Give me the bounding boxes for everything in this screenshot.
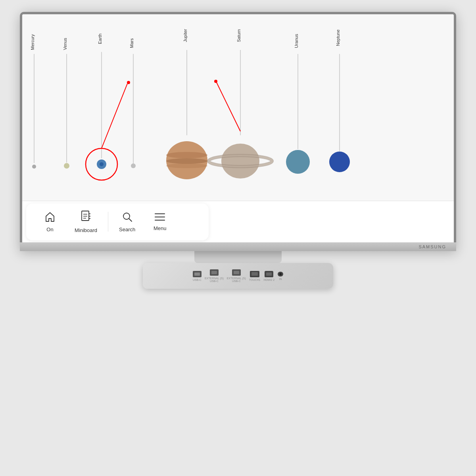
monitor-bottom-bezel: SAMSUNG <box>20 242 456 251</box>
search-icon <box>122 211 133 224</box>
svg-point-19 <box>166 163 207 168</box>
monitor-screen: Mercury Venus Earth Mars <box>20 12 456 242</box>
menu-icon <box>154 213 165 223</box>
port-hdmi-label: HDMI2 2 <box>264 278 275 281</box>
svg-point-6 <box>64 163 69 169</box>
svg-text:Uranus: Uranus <box>294 34 299 48</box>
port-usb-a-label: USB-C <box>193 278 202 281</box>
toolbar-divider <box>108 212 108 232</box>
monitor: Mercury Venus Earth Mars <box>20 12 456 251</box>
page-wrapper: Mercury Venus Earth Mars <box>0 0 476 476</box>
svg-text:Earth: Earth <box>98 34 102 44</box>
svg-point-17 <box>166 152 207 158</box>
svg-point-33 <box>127 81 130 84</box>
samsung-logo: SAMSUNG <box>418 244 446 249</box>
svg-point-30 <box>329 152 350 172</box>
port-in: IN <box>278 272 283 280</box>
port-ext-usb-1: EXTERNAL (S)USB-C <box>205 269 224 282</box>
toolbar-menu-label: Menu <box>154 225 167 231</box>
svg-text:Saturn: Saturn <box>236 29 241 42</box>
toolbar-item-search[interactable]: Search <box>110 208 144 236</box>
toolbar-search-label: Search <box>119 226 135 232</box>
toolbar-item-on[interactable]: On <box>34 208 66 236</box>
svg-text:Mars: Mars <box>129 38 134 48</box>
port-usb-a-connector <box>193 271 202 277</box>
svg-rect-37 <box>82 211 89 221</box>
toolbar-item-miniboard[interactable]: Miniboard <box>66 207 106 236</box>
port-touch: TOUCH1 <box>249 271 261 281</box>
solar-system-svg: Mercury Venus Earth Mars <box>22 14 454 201</box>
stand-hub: USB-C EXTERNAL (S)USB-C EXTERNAL (S)USB-… <box>143 263 333 289</box>
svg-point-10 <box>100 162 104 166</box>
svg-line-45 <box>129 219 132 221</box>
toolbar-inner: On <box>26 203 209 240</box>
svg-point-22 <box>221 144 259 178</box>
svg-text:Neptune: Neptune <box>336 29 340 46</box>
port-usb-a: USB-C <box>193 271 202 281</box>
svg-point-18 <box>166 158 207 164</box>
home-icon <box>44 211 56 224</box>
port-in-label: IN <box>279 278 282 280</box>
port-touch-label: TOUCH1 <box>249 278 261 281</box>
solar-system-area: Mercury Venus Earth Mars <box>22 14 454 201</box>
svg-point-27 <box>286 150 310 174</box>
port-ext-usb-1-label: EXTERNAL (S)USB-C <box>205 277 224 282</box>
doc-icon <box>81 211 92 225</box>
port-ext-usb-2-label: EXTERNAL (S)USB-C <box>227 277 246 282</box>
stand-neck <box>194 251 282 263</box>
svg-point-3 <box>32 165 36 169</box>
svg-point-36 <box>214 80 217 83</box>
toolbar: On <box>22 201 454 242</box>
svg-text:Venus: Venus <box>63 38 67 50</box>
svg-text:Mercury: Mercury <box>30 34 35 50</box>
port-hdmi: HDMI2 2 <box>264 271 275 281</box>
stand-area: USB-C EXTERNAL (S)USB-C EXTERNAL (S)USB-… <box>143 251 333 289</box>
svg-point-13 <box>131 163 136 168</box>
toolbar-item-menu[interactable]: Menu <box>144 209 176 234</box>
toolbar-miniboard-label: Miniboard <box>75 227 97 233</box>
port-ext-usb-2: EXTERNAL (S)USB-C <box>227 269 246 282</box>
svg-text:Jupiter: Jupiter <box>183 29 188 42</box>
toolbar-on-label: On <box>46 226 53 232</box>
